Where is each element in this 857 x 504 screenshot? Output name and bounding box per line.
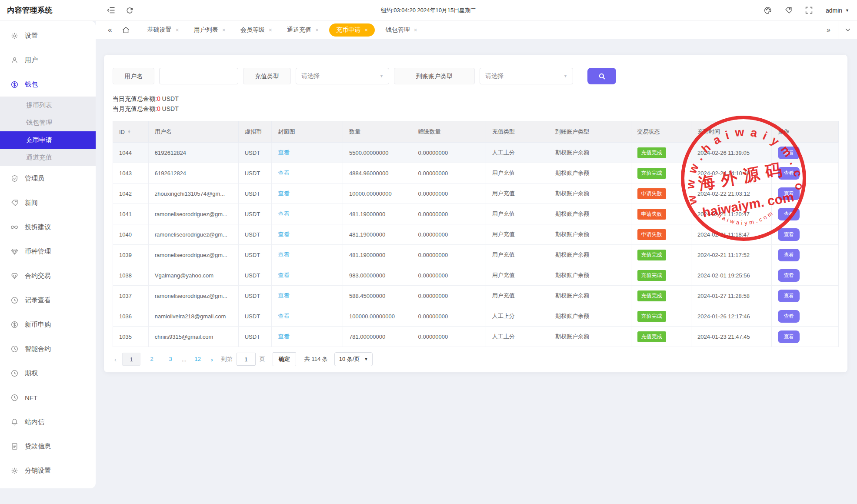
goto-confirm-button[interactable]: 确定: [273, 352, 296, 366]
close-icon[interactable]: ×: [269, 27, 272, 33]
world-clock: 纽约:03:04:20 2024年10月15日星期二: [381, 7, 477, 14]
sidebar-item-4[interactable]: 新闻: [0, 190, 96, 215]
tag-icon[interactable]: [785, 7, 792, 14]
sidebar-item-5[interactable]: 投拆建议: [0, 215, 96, 239]
tab-bar: « 基础设置×用户列表×会员等级×通道充值×充币申请×钱包管理× »: [96, 21, 857, 39]
sidebar-item-15[interactable]: 分销设置: [0, 458, 96, 483]
tab-5[interactable]: 钱包管理×: [381, 23, 421, 37]
row-view-button[interactable]: 查看: [778, 187, 800, 200]
caret-down-icon: ▼: [845, 8, 849, 13]
menu-collapse-icon[interactable]: [107, 7, 115, 13]
row-view-button[interactable]: 查看: [778, 290, 800, 302]
status-badge: 充值完成: [637, 250, 666, 260]
cover-view-link[interactable]: 查看: [278, 149, 289, 156]
cover-view-link[interactable]: 查看: [278, 272, 289, 278]
admin-menu[interactable]: admin ▼: [826, 7, 849, 14]
cover-view-link[interactable]: 查看: [278, 333, 289, 340]
row-view-button[interactable]: 查看: [778, 228, 800, 241]
status-badge: 充值完成: [637, 290, 666, 301]
cover-view-link[interactable]: 查看: [278, 313, 289, 319]
row-view-button[interactable]: 查看: [778, 310, 800, 323]
cover-view-link[interactable]: 查看: [278, 190, 289, 197]
page-number[interactable]: 3: [163, 353, 178, 366]
sidebar-item-11[interactable]: 期权: [0, 361, 96, 385]
row-view-button[interactable]: 查看: [778, 269, 800, 282]
row-view-button[interactable]: 查看: [778, 167, 800, 180]
dollar-icon: [10, 80, 18, 88]
history-icon: [10, 369, 18, 377]
cover-view-link[interactable]: 查看: [278, 231, 289, 237]
username-filter-label: 用户名: [113, 68, 154, 84]
page-number[interactable]: 12: [190, 353, 205, 366]
tab-3[interactable]: 通道充值×: [283, 23, 323, 37]
cover-view-link[interactable]: 查看: [278, 170, 289, 176]
cover-view-link[interactable]: 查看: [278, 251, 289, 258]
sidebar-item-label: 用户: [25, 56, 38, 64]
recharge-type-select[interactable]: 请选择 ▼: [296, 68, 389, 84]
search-button[interactable]: [587, 68, 616, 84]
sidebar-item-14[interactable]: 贷款信息: [0, 434, 96, 458]
close-icon[interactable]: ×: [315, 27, 319, 33]
refresh-icon[interactable]: [126, 7, 133, 14]
table-row: 1036namioliveira218@gmail.comUSDT查看10000…: [113, 306, 839, 327]
close-icon[interactable]: ×: [364, 27, 368, 33]
tab-2[interactable]: 会员等级×: [236, 23, 277, 37]
col-header: 赠送数量: [412, 121, 486, 143]
sidebar-item-13[interactable]: 站内信: [0, 410, 96, 434]
sidebar-item-12[interactable]: NFT: [0, 385, 96, 410]
goto-page-input[interactable]: [237, 353, 256, 366]
sidebar-item-6[interactable]: 币种管理: [0, 239, 96, 264]
row-view-button[interactable]: 查看: [778, 147, 800, 159]
sidebar-item-9[interactable]: 新币申购: [0, 312, 96, 337]
col-header: 交易状态: [631, 121, 691, 143]
sidebar-item-1[interactable]: 用户: [0, 48, 96, 72]
sidebar-item-7[interactable]: 合约交易: [0, 264, 96, 288]
row-view-button[interactable]: 查看: [778, 330, 800, 343]
sidebar-item-10[interactable]: 智能合约: [0, 337, 96, 361]
sidebar-item-label: 站内信: [25, 418, 44, 426]
tab-0[interactable]: 基础设置×: [143, 23, 183, 37]
deposit-table: ID▲▼用户名虚拟币封面图数量赠送数量充值类型到账账户类型交易状态充币时间操作 …: [113, 121, 839, 347]
tabs-scroll-left-icon[interactable]: «: [108, 26, 112, 34]
shield-icon: [10, 174, 18, 182]
palette-icon[interactable]: [764, 7, 772, 14]
page-ellipsis: ...: [182, 356, 187, 363]
tabs-menu-chevron-icon[interactable]: [838, 21, 857, 39]
sidebar-item-label: 投拆建议: [25, 223, 51, 231]
table-row: 1038Vgalmang@yahoo.comUSDT查看983.00000000…: [113, 265, 839, 286]
gear-icon: [10, 32, 18, 40]
prev-page-icon[interactable]: ‹: [113, 356, 118, 363]
tab-4[interactable]: 充币申请×: [329, 23, 375, 37]
sidebar-item-3[interactable]: 管理员: [0, 166, 96, 190]
close-icon[interactable]: ×: [222, 27, 226, 33]
tabs-scroll-right-icon[interactable]: »: [819, 21, 838, 39]
sidebar-subitem[interactable]: 通道充值: [0, 149, 96, 166]
select-caret-icon: ▼: [380, 74, 383, 78]
page-size-select[interactable]: 10 条/页 ▼: [334, 352, 373, 366]
sidebar-subitem[interactable]: 充币申请: [0, 131, 96, 149]
filter-bar: 用户名 充值类型 请选择 ▼ 到账账户类型 请选择 ▼: [113, 68, 839, 84]
page-number[interactable]: 2: [144, 353, 159, 366]
account-type-select[interactable]: 请选择 ▼: [480, 68, 573, 84]
cover-view-link[interactable]: 查看: [278, 292, 289, 299]
sidebar-item-0[interactable]: 设置: [0, 23, 96, 48]
sidebar-subitem[interactable]: 钱包管理: [0, 114, 96, 131]
row-view-button[interactable]: 查看: [778, 208, 800, 220]
username-input[interactable]: [159, 68, 238, 84]
cover-view-link[interactable]: 查看: [278, 210, 289, 217]
fullscreen-icon[interactable]: [805, 7, 813, 14]
next-page-icon[interactable]: ›: [209, 356, 215, 363]
sidebar-item-8[interactable]: 记录查看: [0, 288, 96, 312]
total-count: 共 114 条: [304, 355, 328, 363]
main-content: 用户名 充值类型 请选择 ▼ 到账账户类型 请选择 ▼ 当日充值总金额:0 US…: [96, 39, 857, 504]
sort-icon[interactable]: ▲▼: [127, 130, 131, 134]
sidebar-subitem[interactable]: 提币列表: [0, 97, 96, 114]
home-icon[interactable]: [122, 27, 130, 33]
close-icon[interactable]: ×: [175, 27, 179, 33]
row-view-button[interactable]: 查看: [778, 249, 800, 261]
sidebar-item-2[interactable]: 钱包: [0, 72, 96, 97]
sidebar-item-label: NFT: [25, 394, 37, 401]
tab-1[interactable]: 用户列表×: [190, 23, 230, 37]
close-icon[interactable]: ×: [413, 27, 417, 33]
page-number[interactable]: 1: [122, 353, 140, 366]
